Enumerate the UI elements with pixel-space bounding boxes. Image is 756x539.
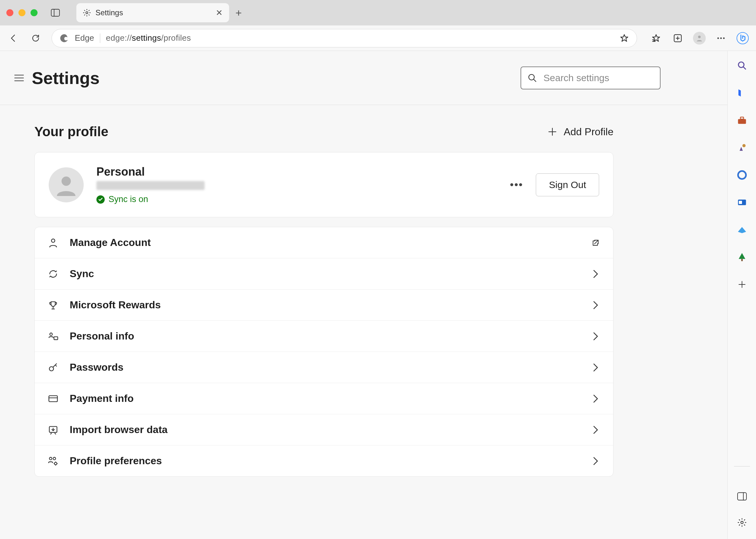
sync-icon <box>47 268 59 280</box>
maximize-window-button[interactable] <box>31 9 38 16</box>
minimize-window-button[interactable] <box>19 9 26 16</box>
svg-point-22 <box>50 333 52 335</box>
svg-point-28 <box>49 457 52 460</box>
sign-out-button[interactable]: Sign Out <box>536 173 599 196</box>
tab-title: Settings <box>96 8 123 17</box>
chevron-right-icon <box>591 363 600 372</box>
window-titlebar: Settings ✕ + <box>0 0 756 26</box>
sidebar-drop-icon[interactable] <box>735 223 749 237</box>
new-tab-button[interactable]: + <box>229 7 248 19</box>
svg-rect-23 <box>54 337 58 340</box>
svg-point-2 <box>86 12 88 14</box>
people-gear-icon <box>47 455 59 467</box>
browser-toolbar: Edge edge://settings/profiles <box>0 26 756 51</box>
svg-line-17 <box>534 79 536 81</box>
refresh-button[interactable] <box>29 32 42 44</box>
option-label: Personal info <box>70 330 134 342</box>
hamburger-menu-icon[interactable] <box>13 72 26 84</box>
option-manage-account[interactable]: Manage Account <box>35 227 613 258</box>
gear-icon <box>83 9 91 17</box>
sidebar-search-icon[interactable] <box>735 58 749 73</box>
bing-chat-icon[interactable] <box>736 32 749 44</box>
svg-point-29 <box>53 457 56 460</box>
svg-rect-34 <box>740 117 744 119</box>
svg-rect-41 <box>737 493 746 500</box>
option-label: Passwords <box>70 361 123 373</box>
traffic-lights <box>6 9 38 16</box>
svg-line-32 <box>743 67 745 69</box>
sidebar-outlook-icon[interactable] <box>735 195 749 209</box>
option-personal-info[interactable]: Personal info <box>35 321 613 352</box>
settings-header: Settings <box>0 51 727 105</box>
sidebar-settings-icon[interactable] <box>735 515 749 529</box>
option-label: Profile preferences <box>70 455 162 467</box>
profile-card: Personal Sync is on ••• Sign Out <box>35 152 613 217</box>
sync-check-icon <box>97 195 105 204</box>
option-payment-info[interactable]: Payment info <box>35 383 613 414</box>
divider <box>100 34 100 43</box>
svg-rect-38 <box>741 259 743 261</box>
trophy-icon <box>47 299 59 311</box>
option-sync[interactable]: Sync <box>35 258 613 289</box>
page-title: Settings <box>32 68 100 88</box>
chevron-right-icon <box>591 394 600 404</box>
section-title: Your profile <box>35 124 109 139</box>
svg-rect-25 <box>49 396 58 402</box>
sidebar-m365-icon[interactable] <box>735 168 749 182</box>
sidebar-tools-icon[interactable] <box>735 113 749 127</box>
close-window-button[interactable] <box>6 9 13 16</box>
search-settings-box[interactable] <box>521 66 660 89</box>
option-label: Sync <box>70 268 94 280</box>
svg-rect-0 <box>51 9 59 16</box>
person-icon <box>47 237 59 249</box>
add-profile-button[interactable]: Add Profile <box>548 126 613 138</box>
option-label: Payment info <box>70 393 134 404</box>
sync-status-text: Sync is on <box>109 194 148 204</box>
chevron-right-icon <box>591 332 600 341</box>
sidebar-divider <box>734 466 750 466</box>
external-link-icon <box>591 238 600 248</box>
profile-avatar-button[interactable] <box>693 32 706 44</box>
option-passwords[interactable]: Passwords <box>35 352 613 383</box>
menu-dots-icon[interactable] <box>715 32 727 44</box>
option-label: Microsoft Rewards <box>70 299 161 311</box>
chevron-right-icon <box>591 456 600 466</box>
search-icon <box>528 73 537 83</box>
address-bar[interactable]: Edge edge://settings/profiles <box>51 29 637 47</box>
sidebar-tree-icon[interactable] <box>735 250 749 264</box>
option-label: Import browser data <box>70 424 168 435</box>
profile-name: Personal <box>97 165 204 179</box>
svg-point-35 <box>742 144 745 147</box>
svg-rect-33 <box>738 119 746 124</box>
option-profile-preferences[interactable]: Profile preferences <box>35 445 613 476</box>
chevron-right-icon <box>591 300 600 310</box>
option-label: Manage Account <box>70 237 151 249</box>
svg-point-43 <box>741 521 743 524</box>
toolbar-actions <box>650 32 749 44</box>
option-rewards[interactable]: Microsoft Rewards <box>35 289 613 321</box>
edge-logo-icon <box>59 34 69 43</box>
back-button[interactable] <box>7 32 20 44</box>
browser-tab[interactable]: Settings ✕ <box>76 3 229 22</box>
url-text: edge://settings/profiles <box>106 33 191 43</box>
chevron-right-icon <box>591 269 600 279</box>
sidebar-toggle-icon[interactable] <box>50 8 60 18</box>
svg-point-9 <box>718 37 719 39</box>
add-favorite-icon[interactable] <box>620 34 629 43</box>
favorites-icon[interactable] <box>650 32 662 44</box>
profile-more-icon[interactable]: ••• <box>510 179 523 191</box>
sidebar-games-icon[interactable] <box>735 141 749 155</box>
search-settings-input[interactable] <box>544 73 664 83</box>
sidebar-add-icon[interactable] <box>735 277 749 291</box>
sidebar-panel-toggle-icon[interactable] <box>735 489 749 503</box>
profile-email-redacted <box>97 181 204 190</box>
option-import-browser-data[interactable]: Import browser data <box>35 414 613 445</box>
chevron-right-icon <box>591 425 600 435</box>
svg-point-21 <box>51 239 55 243</box>
close-tab-icon[interactable]: ✕ <box>216 8 223 18</box>
collections-icon[interactable] <box>671 32 684 44</box>
svg-point-8 <box>698 36 701 38</box>
profile-avatar <box>49 167 84 202</box>
sidebar-shopping-icon[interactable] <box>735 86 749 100</box>
id-card-icon <box>47 331 59 342</box>
